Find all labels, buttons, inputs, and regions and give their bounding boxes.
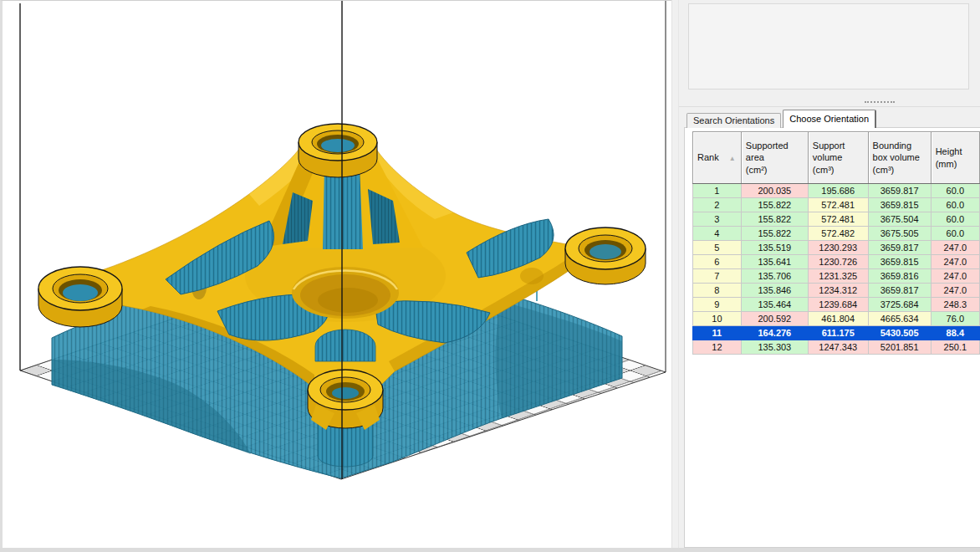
column-header-bounding-box-volume[interactable]: Bounding box volume (cm³) [868, 132, 931, 184]
table-cell[interactable]: 135.303 [741, 340, 808, 355]
table-cell[interactable]: 7 [693, 269, 742, 284]
table-cell[interactable]: 1234.312 [808, 284, 868, 298]
table-cell[interactable]: 12 [693, 340, 742, 355]
panel-splitter[interactable] [671, 0, 679, 548]
table-cell[interactable]: 247.0 [931, 255, 979, 269]
table-cell[interactable]: 8 [693, 284, 742, 298]
table-cell[interactable]: 135.706 [741, 269, 808, 284]
table-cell[interactable]: 155.822 [741, 198, 808, 212]
table-cell[interactable]: 3659.815 [868, 198, 931, 212]
table-cell[interactable]: 3659.815 [868, 255, 931, 269]
column-header-supported-area[interactable]: Supported area (cm²) [741, 132, 808, 184]
orientation-table: Rank▲Supported area (cm²)Support volume … [692, 131, 980, 355]
table-row[interactable]: 4155.822572.4823675.50560.0 [693, 227, 980, 241]
column-header-height[interactable]: Height (mm) [931, 132, 979, 184]
table-cell[interactable]: 3675.505 [868, 227, 931, 241]
table-cell[interactable]: 3725.684 [868, 298, 931, 312]
table-cell[interactable]: 1239.684 [808, 298, 868, 312]
table-cell[interactable]: 195.686 [808, 184, 868, 198]
table-row[interactable]: 11164.276611.1755430.50588.4 [693, 326, 980, 340]
table-cell[interactable]: 155.822 [741, 227, 808, 241]
orientation-panel: Search Orientations Choose Orientation R… [679, 0, 980, 548]
table-cell[interactable]: 2 [693, 198, 742, 212]
table-cell[interactable]: 11 [693, 326, 742, 340]
table-cell[interactable]: 572.481 [808, 198, 868, 212]
table-cell[interactable]: 155.822 [741, 212, 808, 227]
table-cell[interactable]: 164.276 [741, 326, 808, 340]
table-cell[interactable]: 1247.343 [808, 340, 868, 355]
table-cell[interactable]: 3659.816 [868, 269, 931, 284]
table-cell[interactable]: 5430.505 [868, 326, 931, 340]
table-row[interactable]: 5135.5191230.2933659.817247.0 [693, 241, 980, 255]
table-cell[interactable]: 3 [693, 212, 742, 227]
table-cell[interactable]: 248.3 [931, 298, 979, 312]
table-cell[interactable]: 10 [693, 312, 742, 326]
splitter-grip-icon [865, 101, 895, 103]
column-header-rank[interactable]: Rank▲ [693, 132, 742, 184]
table-row[interactable]: 2155.822572.4813659.81560.0 [693, 198, 980, 212]
column-header-support-volume[interactable]: Support volume (cm³) [808, 132, 868, 184]
table-cell[interactable]: 135.519 [741, 241, 808, 255]
table-cell[interactable]: 135.846 [741, 284, 808, 298]
table-cell[interactable]: 76.0 [931, 312, 979, 326]
table-cell[interactable]: 4665.634 [868, 312, 931, 326]
table-row[interactable]: 6135.6411230.7263659.815247.0 [693, 255, 980, 269]
tab-search-orientations[interactable]: Search Orientations [687, 113, 781, 128]
3d-viewport[interactable] [0, 0, 671, 548]
table-cell[interactable]: 9 [693, 298, 742, 312]
table-body: 1200.035195.6863659.81760.02155.822572.4… [693, 184, 980, 355]
table-cell[interactable]: 5201.851 [868, 340, 931, 355]
table-cell[interactable]: 88.4 [931, 326, 979, 340]
table-row[interactable]: 10200.592461.8044665.63476.0 [693, 312, 980, 326]
tab-bar: Search Orientations Choose Orientation [687, 110, 878, 128]
table-cell[interactable]: 60.0 [931, 227, 979, 241]
table-cell[interactable]: 200.592 [741, 312, 808, 326]
table-cell[interactable]: 611.175 [808, 326, 868, 340]
table-row[interactable]: 12135.3031247.3435201.851250.1 [693, 340, 980, 355]
table-cell[interactable]: 200.035 [741, 184, 808, 198]
table-cell[interactable]: 60.0 [931, 198, 979, 212]
table-cell[interactable]: 250.1 [931, 340, 979, 355]
tab-content: Rank▲Supported area (cm²)Support volume … [684, 127, 980, 548]
table-cell[interactable]: 247.0 [931, 269, 979, 284]
table-cell[interactable]: 4 [693, 227, 742, 241]
table-cell[interactable]: 1231.325 [808, 269, 868, 284]
table-cell[interactable]: 3659.817 [868, 241, 931, 255]
table-cell[interactable]: 572.481 [808, 212, 868, 227]
table-cell[interactable]: 247.0 [931, 241, 979, 255]
table-cell[interactable]: 247.0 [931, 284, 979, 298]
table-cell[interactable]: 3659.817 [868, 284, 931, 298]
table-header-row: Rank▲Supported area (cm²)Support volume … [693, 132, 980, 184]
table-cell[interactable]: 60.0 [931, 212, 979, 227]
options-panel [688, 3, 969, 89]
table-row[interactable]: 3155.822572.4813675.50460.0 [693, 212, 980, 227]
application-window: Search Orientations Choose Orientation R… [0, 0, 980, 552]
table-cell[interactable]: 1230.293 [808, 241, 868, 255]
table-row[interactable]: 8135.8461234.3123659.817247.0 [693, 284, 980, 298]
table-cell[interactable]: 5 [693, 241, 742, 255]
bottom-status-strip [0, 548, 980, 552]
table-cell[interactable]: 572.482 [808, 227, 868, 241]
build-scene [3, 1, 671, 548]
horizontal-splitter[interactable] [679, 98, 980, 107]
sort-ascending-icon: ▲ [729, 155, 736, 162]
table-cell[interactable]: 6 [693, 255, 742, 269]
table-cell[interactable]: 1230.726 [808, 255, 868, 269]
table-cell[interactable]: 1 [693, 184, 742, 198]
table-row[interactable]: 1200.035195.6863659.81760.0 [693, 184, 980, 198]
table-cell[interactable]: 3675.504 [868, 212, 931, 227]
table-cell[interactable]: 135.464 [741, 298, 808, 312]
table-cell[interactable]: 461.804 [808, 312, 868, 326]
table-cell[interactable]: 135.641 [741, 255, 808, 269]
tab-choose-orientation[interactable]: Choose Orientation [783, 110, 876, 128]
table-row[interactable]: 7135.7061231.3253659.816247.0 [693, 269, 980, 284]
table-row[interactable]: 9135.4641239.6843725.684248.3 [693, 298, 980, 312]
table-cell[interactable]: 3659.817 [868, 184, 931, 198]
table-cell[interactable]: 60.0 [931, 184, 979, 198]
